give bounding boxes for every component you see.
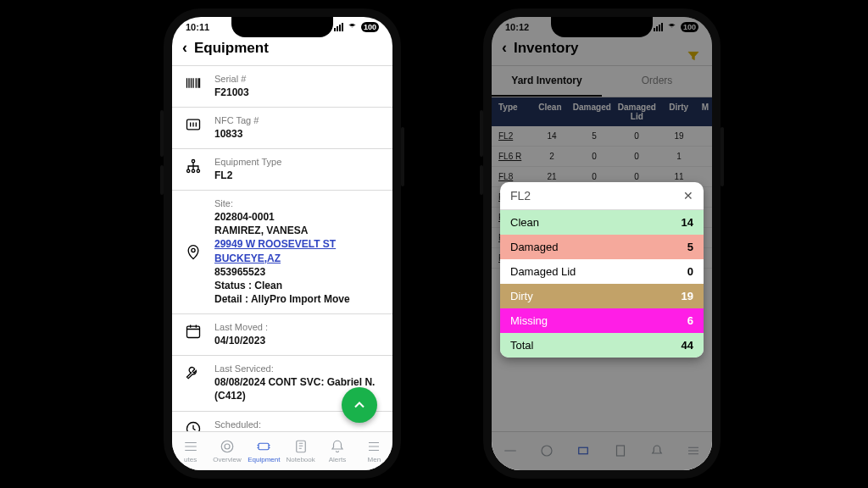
modal-row-dirty: Dirty19 bbox=[500, 284, 704, 308]
modal-row-dlid: Damaged Lid0 bbox=[500, 259, 704, 284]
tab-routes-label: utes bbox=[184, 456, 197, 463]
site-addr2-link[interactable]: BUCKEYE,AZ bbox=[214, 252, 281, 264]
svg-rect-11 bbox=[296, 441, 305, 452]
svg-point-1 bbox=[192, 160, 194, 163]
page-title: Equipment bbox=[194, 40, 269, 57]
nfc-label: NFC Tag # bbox=[214, 114, 381, 127]
phone-inventory: 10:12 100 ‹ Inventory Yard Inventory Ord… bbox=[483, 8, 721, 479]
site-addr1-link[interactable]: 29949 W ROOSEVELT ST bbox=[214, 238, 336, 250]
svg-point-4 bbox=[197, 169, 199, 172]
svg-point-8 bbox=[221, 441, 233, 452]
row-nfc: NFC Tag # 10833 bbox=[172, 108, 392, 149]
tab-overview-label: Overview bbox=[213, 456, 241, 463]
site-label: Site: bbox=[214, 197, 381, 210]
serial-label: Serial # bbox=[214, 73, 381, 86]
back-icon[interactable]: ‹ bbox=[182, 39, 187, 57]
modal-row-damaged: Damaged5 bbox=[500, 235, 704, 259]
moved-value: 04/10/2023 bbox=[214, 334, 381, 347]
calendar-icon bbox=[184, 321, 203, 347]
bottom-tabs: utes Overview Equipment Notebook Alerts … bbox=[172, 431, 392, 470]
svg-point-9 bbox=[225, 444, 230, 449]
tab-alerts-label: Alerts bbox=[329, 456, 346, 463]
serviced-label: Last Serviced: bbox=[214, 363, 381, 375]
tab-routes[interactable]: utes bbox=[172, 432, 209, 470]
tab-notebook[interactable]: Notebook bbox=[282, 432, 319, 470]
site-detail: Detail : AllyPro Import Move bbox=[214, 292, 381, 306]
site-id: 202804-0001 bbox=[214, 210, 381, 224]
nav-header: ‹ Equipment bbox=[172, 34, 392, 66]
moved-label: Last Moved : bbox=[214, 321, 381, 334]
row-serial: Serial # F21003 bbox=[172, 66, 392, 108]
site-status: Status : Clean bbox=[214, 279, 381, 292]
modal-title: FL2 bbox=[510, 189, 531, 202]
nfc-value: 10833 bbox=[214, 127, 381, 141]
tab-equipment[interactable]: Equipment bbox=[246, 432, 282, 470]
row-site: Site: 202804-0001 RAMIREZ, VANESA 29949 … bbox=[172, 191, 392, 314]
modal-row-missing: Missing6 bbox=[500, 308, 704, 333]
tab-overview[interactable]: Overview bbox=[209, 432, 245, 470]
signal-icon bbox=[334, 23, 343, 31]
inventory-modal: FL2 ✕ Clean14 Damaged5 Damaged Lid0 Dirt… bbox=[500, 182, 704, 358]
battery-badge: 100 bbox=[361, 22, 379, 32]
nfc-icon bbox=[184, 114, 203, 141]
wifi-icon bbox=[347, 22, 358, 32]
tab-menu-label: Men bbox=[368, 456, 381, 463]
tab-equipment-label: Equipment bbox=[248, 456, 280, 463]
location-icon bbox=[184, 197, 203, 306]
equipment-detail-list: Serial # F21003 NFC Tag # 10833 Equi bbox=[172, 66, 392, 441]
svg-point-3 bbox=[192, 169, 194, 172]
phone-equipment: 10:11 100 ‹ Equipment Serial # F21003 bbox=[164, 8, 401, 479]
status-time: 10:11 bbox=[186, 22, 209, 32]
tab-alerts[interactable]: Alerts bbox=[319, 432, 355, 470]
tab-menu[interactable]: Men bbox=[356, 432, 392, 470]
tab-notebook-label: Notebook bbox=[287, 456, 315, 463]
site-phone: 853965523 bbox=[214, 265, 381, 279]
scroll-up-fab[interactable] bbox=[342, 387, 377, 423]
svg-point-5 bbox=[192, 249, 195, 252]
row-type: Equipment Type FL2 bbox=[172, 149, 392, 191]
svg-point-2 bbox=[187, 169, 190, 172]
modal-row-total: Total44 bbox=[500, 333, 704, 358]
site-name: RAMIREZ, VANESA bbox=[214, 224, 381, 237]
serial-value: F21003 bbox=[214, 86, 381, 99]
type-value: FL2 bbox=[214, 169, 381, 182]
row-moved: Last Moved : 04/10/2023 bbox=[172, 314, 392, 356]
sitemap-icon bbox=[184, 156, 203, 182]
svg-rect-10 bbox=[259, 443, 269, 450]
modal-row-clean: Clean14 bbox=[500, 210, 704, 235]
type-label: Equipment Type bbox=[214, 156, 381, 169]
svg-rect-6 bbox=[187, 326, 200, 337]
wrench-icon bbox=[184, 363, 203, 402]
barcode-icon bbox=[184, 73, 203, 99]
close-icon[interactable]: ✕ bbox=[683, 189, 693, 202]
